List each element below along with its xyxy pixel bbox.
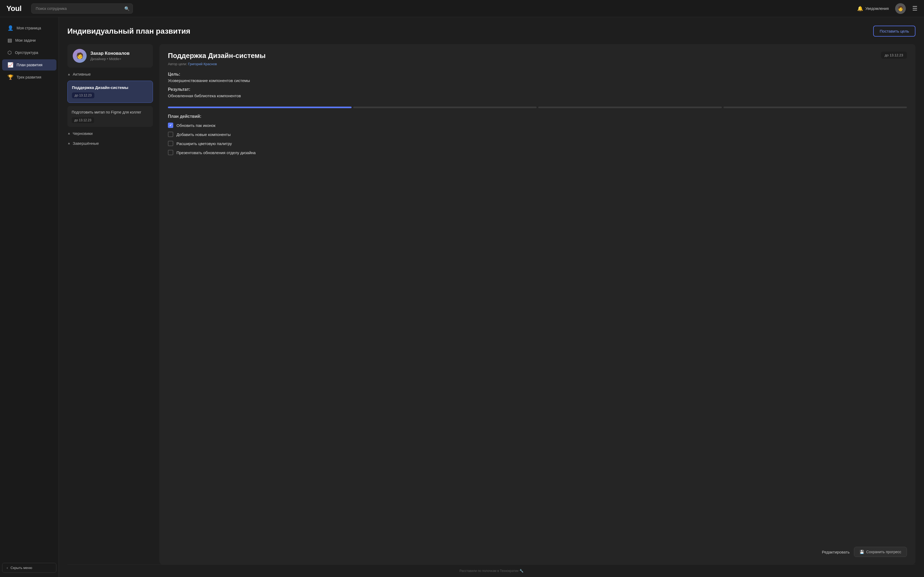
section-active-label: Активные <box>73 72 90 76</box>
user-name: Захар Коновалов <box>90 51 130 56</box>
page-title: Индивидуальный план развития <box>67 27 191 35</box>
section-active[interactable]: ▲ Активные <box>67 71 153 77</box>
goal-secondary-date: до 13.12.23 <box>72 117 94 123</box>
detail-result-section: Результат: Обновленная библиотека компон… <box>168 87 907 98</box>
save-icon: 💾 <box>859 550 864 554</box>
page-header: Индивидуальный план развития Поставить ц… <box>67 26 916 37</box>
detail-title: Поддержка Дизайн-системы <box>168 52 265 60</box>
sidebar-item-label: Оргструктура <box>15 50 38 55</box>
author-prefix: Автор цели: <box>168 62 187 66</box>
org-icon: ⬡ <box>8 50 12 56</box>
main-layout: 👤 Моя страница ▤ Мои задачи ⬡ Оргструкту… <box>0 17 924 577</box>
section-completed-label: Завершённые <box>73 141 99 146</box>
detail-date: до 13.12.23 <box>881 52 907 59</box>
author-line: Автор цели: Григорий Краснов <box>168 62 907 66</box>
search-bar: 🔍 <box>31 3 133 14</box>
action-item-3: Расширить цветовую палитру <box>168 141 907 146</box>
result-label: Результат: <box>168 87 907 92</box>
action-plan-label: План действий: <box>168 114 907 119</box>
sidebar-item-label: План развития <box>16 63 42 67</box>
action-item-1: Обновить пак иконок <box>168 122 907 128</box>
hamburger-icon[interactable]: ☰ <box>912 6 918 11</box>
user-avatar[interactable]: 🧑 <box>895 3 906 14</box>
section-completed[interactable]: ▲ Завершённые <box>67 140 153 147</box>
search-icon: 🔍 <box>124 6 130 11</box>
author-name[interactable]: Григорий Краснов <box>188 62 217 66</box>
tasks-icon: ▤ <box>8 37 12 43</box>
notifications-label: Уведомления <box>865 6 889 11</box>
chevron-up-icon: ▲ <box>67 73 71 76</box>
user-card: 🧑 Захар Коновалов Дизайнер • Middle+ <box>67 44 153 68</box>
goal-label: Цель: <box>168 72 907 77</box>
header: Youl 🔍 🔔 Уведомления 🧑 ☰ <box>0 0 924 17</box>
save-progress-button[interactable]: 💾 Сохранить прогресс <box>854 547 907 557</box>
section-drafts[interactable]: ▲ Черновики <box>67 130 153 137</box>
goal-card-design-system[interactable]: Поддержка Дизайн-системы до 13.12.23 <box>67 81 153 103</box>
checkbox-present-updates[interactable] <box>168 150 173 155</box>
goal-title: Поддержка Дизайн-системы <box>72 85 149 90</box>
chart-icon: 📈 <box>8 62 13 68</box>
sidebar-nav: 👤 Моя страница ▤ Мои задачи ⬡ Оргструкту… <box>0 23 58 83</box>
edit-button[interactable]: Редактировать <box>822 550 850 554</box>
checkbox-update-icons[interactable] <box>168 122 173 128</box>
progress-bar <box>168 106 907 108</box>
hide-menu-button[interactable]: ‹ Скрыть меню <box>2 563 57 573</box>
goal-card-figma[interactable]: Подготовить митап по Figme для коллег до… <box>67 106 153 127</box>
user-avatar-image: 🧑 <box>73 49 87 63</box>
footer-text: Расставили по полочкам в Технократии 🔧 <box>459 569 523 573</box>
action-label-3: Расширить цветовую палитру <box>176 141 232 146</box>
trophy-icon: 🏆 <box>8 74 13 80</box>
section-drafts-label: Черновики <box>73 131 93 136</box>
detail-goal-section: Цель: Усовершенствование компонентов сис… <box>168 72 907 83</box>
person-icon: 👤 <box>8 25 13 31</box>
sidebar-item-label: Моя страница <box>16 26 41 30</box>
sidebar-item-dev-plan[interactable]: 📈 План развития <box>2 59 57 71</box>
chevron-left-icon: ‹ <box>7 566 8 570</box>
user-info: Захар Коновалов Дизайнер • Middle+ <box>90 51 130 61</box>
main-content: Индивидуальный план развития Поставить ц… <box>59 17 924 577</box>
sidebar-item-dev-track[interactable]: 🏆 Трек развития <box>2 72 57 83</box>
right-panel: Поддержка Дизайн-системы до 13.12.23 Авт… <box>159 44 916 564</box>
sidebar-item-label: Трек развития <box>16 75 41 79</box>
detail-header: Поддержка Дизайн-системы до 13.12.23 <box>168 52 907 60</box>
result-value: Обновленная библиотека компонентов <box>168 93 907 98</box>
footer: Расставили по полочкам в Технократии 🔧 <box>67 564 916 577</box>
app-logo: Youl <box>6 4 22 13</box>
goal-date: до 13.12.23 <box>72 92 94 98</box>
progress-segment-3 <box>538 106 722 108</box>
user-role: Дизайнер • Middle+ <box>90 57 130 61</box>
chevron-up-icon-completed: ▲ <box>67 141 71 145</box>
action-label-1: Обновить пак иконок <box>176 123 215 128</box>
action-label-4: Презентовать обновления отделу дизайна <box>176 150 255 155</box>
sidebar-item-org-structure[interactable]: ⬡ Оргструктура <box>2 47 57 58</box>
sidebar-item-my-page[interactable]: 👤 Моя страница <box>2 23 57 34</box>
progress-segment-4 <box>724 106 907 108</box>
goal-secondary-title: Подготовить митап по Figme для коллег <box>72 110 149 115</box>
checkbox-add-components[interactable] <box>168 132 173 137</box>
notifications-button[interactable]: 🔔 Уведомления <box>857 6 889 11</box>
sidebar-item-label: Мои задачи <box>15 38 36 42</box>
chevron-up-icon-drafts: ▲ <box>67 131 71 135</box>
progress-segment-1 <box>168 106 352 108</box>
hide-menu-label: Скрыть меню <box>10 566 32 570</box>
action-item-2: Добавить новые компоненты <box>168 132 907 137</box>
action-label-2: Добавить новые компоненты <box>176 132 231 137</box>
detail-actions: Редактировать 💾 Сохранить прогресс <box>168 540 907 557</box>
search-input[interactable] <box>31 3 133 14</box>
content-area: 🧑 Захар Коновалов Дизайнер • Middle+ ▲ А… <box>67 44 916 564</box>
set-goal-button[interactable]: Поставить цель <box>873 26 916 37</box>
goal-value: Усовершенствование компонентов системы <box>168 78 907 83</box>
header-right: 🔔 Уведомления 🧑 ☰ <box>857 3 918 14</box>
bell-icon: 🔔 <box>857 6 863 11</box>
left-panel: 🧑 Захар Коновалов Дизайнер • Middle+ ▲ А… <box>67 44 153 564</box>
sidebar: 👤 Моя страница ▤ Мои задачи ⬡ Оргструкту… <box>0 17 59 577</box>
action-item-4: Презентовать обновления отделу дизайна <box>168 150 907 155</box>
checkbox-expand-palette[interactable] <box>168 141 173 146</box>
progress-segment-2 <box>353 106 537 108</box>
save-btn-label: Сохранить прогресс <box>866 550 901 554</box>
sidebar-bottom: ‹ Скрыть меню <box>0 563 58 573</box>
sidebar-item-my-tasks[interactable]: ▤ Мои задачи <box>2 35 57 46</box>
